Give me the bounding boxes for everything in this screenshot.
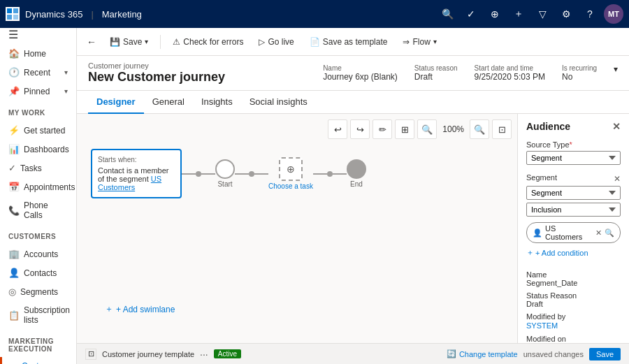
journey-diagram: Starts when: Contact is a member of the … — [91, 149, 366, 198]
tab-social-insights[interactable]: Social insights — [241, 91, 316, 114]
inclusion-select[interactable]: Inclusion — [526, 203, 621, 217]
recent-icon: 🕐 — [8, 67, 20, 78]
add-swimlane-button[interactable]: ＋ + Add swimlane — [105, 303, 175, 315]
sidebar-label-home: Home — [24, 49, 46, 59]
connector-1 — [182, 171, 215, 177]
settings-icon[interactable]: ⚙ — [556, 4, 576, 24]
go-live-button[interactable]: ▷ Go live — [252, 34, 300, 50]
tab-designer[interactable]: Designer — [88, 91, 144, 114]
line-2 — [235, 173, 249, 175]
sidebar-item-appointments[interactable]: 📅 Appointments — [0, 177, 76, 196]
task-box[interactable]: ⊕ — [279, 157, 303, 181]
expand-icon[interactable]: ⊡ — [85, 349, 96, 360]
sidebar-item-segments[interactable]: ◎ Segments — [0, 282, 76, 301]
segment-section: Segment ✕ Segment Inclusion 👤 US Custome… — [518, 169, 629, 262]
sidebar-label-recent: Recent — [24, 68, 50, 78]
meta-expand-button[interactable]: ▾ — [614, 64, 618, 74]
tag-search-icon[interactable]: 🔍 — [605, 228, 614, 238]
line-3b — [333, 173, 347, 175]
segment-link[interactable]: US Customers — [98, 175, 161, 191]
pinned-icon: 📌 — [8, 86, 20, 96]
sidebar-toggle[interactable]: ☰ — [0, 28, 76, 41]
meta-recurring: Is recurring No — [562, 64, 597, 82]
tab-general[interactable]: General — [144, 91, 193, 114]
sidebar-item-customer-journeys[interactable]: → Customer journeys — [0, 357, 76, 364]
segment-remove-icon[interactable]: ✕ — [614, 174, 621, 184]
segment-select[interactable]: Segment — [526, 186, 621, 200]
field-modifiedby-link[interactable]: SYSTEM — [526, 321, 558, 330]
search-icon[interactable]: 🔍 — [438, 4, 457, 24]
sidebar-item-accounts[interactable]: 🏢 Accounts — [0, 245, 76, 263]
line-3 — [313, 173, 327, 175]
sidebar-label-appointments: Appointments — [24, 182, 75, 192]
page-title-area: Customer journey New Customer journey — [88, 61, 225, 90]
svg-rect-2 — [7, 15, 12, 20]
journey-start-box[interactable]: Starts when: Contact is a member of the … — [91, 149, 182, 198]
canvas-area[interactable]: ↩ ↪ ✏ ⊞ 🔍 100% 🔍 ⊡ Starts when: Contac — [77, 114, 517, 343]
pencil-button[interactable]: ✏ — [373, 119, 392, 139]
flow-caret[interactable]: ▾ — [433, 38, 437, 45]
filter-icon[interactable]: ▽ — [533, 4, 552, 24]
change-template-button[interactable]: 🔄 Change template — [447, 349, 518, 358]
zoom-in-button[interactable]: 🔍 — [470, 119, 489, 139]
save-button[interactable]: 💾 Save ▾ — [103, 34, 154, 50]
page-header: Customer journey New Customer journey Na… — [77, 56, 629, 91]
undo-button[interactable]: ↩ — [328, 119, 347, 139]
tab-insights[interactable]: Insights — [193, 91, 241, 114]
tag-remove-button[interactable]: ✕ — [595, 228, 602, 238]
sidebar-item-get-started[interactable]: ⚡ Get started — [0, 121, 76, 140]
question-icon[interactable]: ? — [580, 4, 600, 24]
panel-close-button[interactable]: ✕ — [612, 121, 621, 132]
page-subtitle: Customer journey — [88, 61, 225, 70]
avatar[interactable]: MT — [604, 4, 623, 24]
fit-button[interactable]: ⊡ — [492, 119, 512, 139]
sidebar-label-phonecalls: Phone Calls — [24, 201, 68, 220]
go-live-icon: ▷ — [259, 37, 265, 47]
source-type-section: Source Type Segment — [518, 136, 629, 169]
redo-button[interactable]: ↪ — [350, 119, 370, 139]
sidebar-item-recent[interactable]: 🕐 Recent ▾ — [0, 63, 76, 82]
grid-button[interactable]: ⊞ — [395, 119, 414, 139]
sidebar: ☰ 🏠 Home 🕐 Recent ▾ 📌 Pinned ▾ — [0, 28, 77, 364]
check-icon: ⚠ — [173, 37, 180, 47]
sidebar-item-tasks[interactable]: ✓ Tasks — [0, 159, 76, 177]
line-1 — [182, 173, 196, 175]
bottom-save-button[interactable]: Save — [589, 348, 621, 361]
sidebar-item-subscription-lists[interactable]: 📋 Subscription lists — [0, 301, 76, 329]
start-node: Start — [215, 159, 235, 188]
top-navigation: Dynamics 365 | Marketing 🔍 ✓ ⊕ ＋ ▽ ⚙ ? M… — [0, 0, 629, 28]
add-condition-button[interactable]: ＋ + Add condition — [526, 247, 621, 258]
sidebar-item-home[interactable]: 🏠 Home — [0, 44, 76, 63]
mywork-header: My Work — [0, 103, 76, 118]
sidebar-item-dashboards[interactable]: 📊 Dashboards — [0, 140, 76, 159]
source-type-select[interactable]: Segment — [526, 151, 621, 165]
task-label[interactable]: Choose a task — [268, 182, 313, 190]
change-template-icon: 🔄 — [447, 349, 456, 358]
save-caret[interactable]: ▾ — [145, 38, 148, 45]
pinned-chevron: ▾ — [64, 87, 68, 95]
checkmark-icon[interactable]: ✓ — [461, 4, 481, 24]
sidebar-label-pinned: Pinned — [24, 87, 50, 96]
sidebar-label-subscription: Subscription lists — [24, 305, 70, 325]
check-errors-button[interactable]: ⚠ Check for errors — [166, 34, 250, 50]
sidebar-customers-section: 🏢 Accounts 👤 Contacts ◎ Segments 📋 Subsc… — [0, 242, 76, 332]
sidebar-item-contacts[interactable]: 👤 Contacts — [0, 263, 76, 282]
flow-button[interactable]: ⇒ Flow ▾ — [396, 34, 442, 50]
plus-icon[interactable]: ＋ — [509, 4, 528, 24]
zoom-out-button[interactable]: 🔍 — [417, 119, 437, 139]
svg-rect-0 — [7, 8, 12, 13]
start-circle[interactable] — [215, 159, 235, 179]
sidebar-item-phonecalls[interactable]: 📞 Phone Calls — [0, 196, 76, 224]
meta-status: Status reason Draft — [414, 64, 458, 82]
dot-3 — [327, 171, 333, 177]
main-layout: ☰ 🏠 Home 🕐 Recent ▾ 📌 Pinned ▾ — [0, 28, 629, 364]
dots-menu-button[interactable]: ··· — [200, 349, 208, 360]
back-button[interactable]: ← — [82, 34, 101, 50]
save-as-template-button[interactable]: 📄 Save as template — [303, 34, 394, 50]
sidebar-item-pinned[interactable]: 📌 Pinned ▾ — [0, 82, 76, 101]
location-icon[interactable]: ⊕ — [485, 4, 505, 24]
tag-label: US Customers — [545, 224, 593, 241]
page-meta: Name Journey 6xp (Blank) Status reason D… — [323, 61, 618, 85]
task-node[interactable]: ⊕ Choose a task — [268, 157, 313, 190]
toolbar-sep-1 — [160, 35, 161, 49]
